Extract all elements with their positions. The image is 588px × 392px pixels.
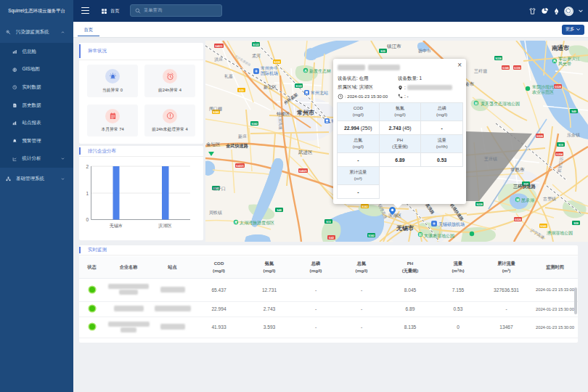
svg-text:新北区: 新北区 — [264, 84, 277, 90]
svg-text:S122: S122 — [295, 85, 301, 88]
svg-text:园: 园 — [419, 232, 422, 237]
svg-text:金武快速路: 金武快速路 — [226, 143, 249, 149]
svg-text:镇江市: 镇江市 — [386, 44, 401, 49]
svg-text:周铁镇: 周铁镇 — [209, 210, 222, 215]
svg-text:风: 风 — [552, 59, 557, 63]
svg-text:S19: S19 — [326, 221, 330, 224]
svg-text:1: 1 — [86, 191, 89, 196]
svg-text:S238: S238 — [274, 61, 279, 64]
svg-text:S342: S342 — [368, 234, 374, 237]
svg-text:G336: G336 — [514, 67, 520, 70]
svg-text:S338: S338 — [495, 57, 501, 60]
svg-text:孟河: 孟河 — [252, 54, 261, 58]
svg-text:常州市: 常州市 — [297, 109, 314, 116]
svg-text:新发生态林: 新发生态林 — [309, 68, 332, 73]
svg-text:滨湖区: 滨湖区 — [158, 223, 172, 229]
svg-text:太湖湾旅游度假区: 太湖湾旅游度假区 — [240, 220, 274, 226]
svg-text:2: 2 — [86, 164, 89, 169]
svg-text:国际机场: 国际机场 — [261, 70, 278, 76]
svg-text:S48: S48 — [277, 209, 281, 212]
svg-text:风光带: 风光带 — [558, 62, 571, 67]
svg-text:港市: 港市 — [465, 81, 475, 87]
svg-text:S240: S240 — [213, 111, 219, 114]
svg-text:军山赛滨江: 军山赛滨江 — [558, 56, 580, 61]
svg-text:S49: S49 — [571, 110, 576, 113]
svg-text:乐余镇: 乐余镇 — [567, 133, 580, 138]
svg-text:园: 园 — [475, 101, 478, 105]
svg-text:洪庄: 洪庄 — [214, 57, 223, 62]
svg-text:S343: S343 — [540, 225, 546, 228]
svg-text:闸口棚: 闸口棚 — [209, 107, 222, 112]
svg-text:湖: 湖 — [515, 198, 520, 202]
svg-text:G526: G526 — [536, 135, 543, 138]
svg-text:木: 木 — [303, 69, 308, 73]
svg-text:新庄: 新庄 — [238, 134, 247, 139]
svg-text:滨湖区: 滨湖区 — [388, 213, 401, 218]
svg-text:度: 度 — [234, 221, 238, 224]
svg-text:扬中市: 扬中市 — [418, 48, 431, 54]
svg-text:S19: S19 — [558, 144, 563, 147]
svg-text:无锡硕放机场: 无锡硕放机场 — [438, 221, 465, 227]
svg-text:G528: G528 — [555, 86, 561, 89]
svg-text:常熟市: 常熟市 — [510, 167, 525, 173]
svg-text:古里镇: 古里镇 — [543, 197, 556, 202]
svg-text:武进区: 武进区 — [298, 150, 313, 155]
svg-text:三纤塘: 三纤塘 — [474, 68, 487, 74]
svg-text:常州北站: 常州北站 — [311, 90, 328, 96]
svg-text:常阴沙现代: 常阴沙现代 — [532, 85, 554, 90]
svg-text:G204: G204 — [556, 153, 563, 156]
svg-text:三环快速路: 三环快速路 — [513, 184, 536, 189]
svg-text:大溪港湿地公园: 大溪港湿地公园 — [424, 233, 454, 239]
svg-text:黄天荡生态湿地公园: 黄天荡生态湿地公园 — [481, 101, 520, 107]
svg-text:礼嘉: 礼嘉 — [224, 73, 233, 79]
svg-text:G4221: G4221 — [236, 165, 244, 168]
svg-text:G4011: G4011 — [215, 45, 223, 48]
svg-text:G4021: G4021 — [299, 170, 307, 173]
svg-text:S122: S122 — [253, 44, 258, 46]
svg-text:桠子口: 桠子口 — [212, 186, 226, 192]
svg-text:王庄镇: 王庄镇 — [483, 156, 497, 161]
svg-text:金坛区: 金坛区 — [206, 142, 221, 147]
svg-text:S228: S228 — [476, 203, 482, 206]
svg-text:G526: G526 — [515, 219, 521, 221]
svg-text:S342: S342 — [362, 205, 367, 208]
svg-text:农业示范区: 农业示范区 — [532, 89, 554, 95]
svg-text:G42: G42 — [329, 237, 334, 240]
svg-text:S58: S58 — [573, 222, 578, 225]
svg-text:无锡市: 无锡市 — [396, 224, 414, 232]
svg-text:无锡市: 无锡市 — [110, 223, 123, 229]
svg-text:S39: S39 — [239, 89, 243, 92]
svg-text:南通市: 南通市 — [552, 44, 569, 52]
svg-text:昆承湖: 昆承湖 — [521, 198, 534, 203]
svg-text:漕湖湿地公园: 漕湖湿地公园 — [547, 230, 573, 236]
svg-text:S35: S35 — [380, 50, 385, 53]
svg-text:S342: S342 — [251, 123, 257, 126]
svg-text:常州奔牛: 常州奔牛 — [261, 66, 278, 70]
svg-text:0: 0 — [86, 217, 89, 222]
svg-text:G346: G346 — [502, 67, 509, 70]
